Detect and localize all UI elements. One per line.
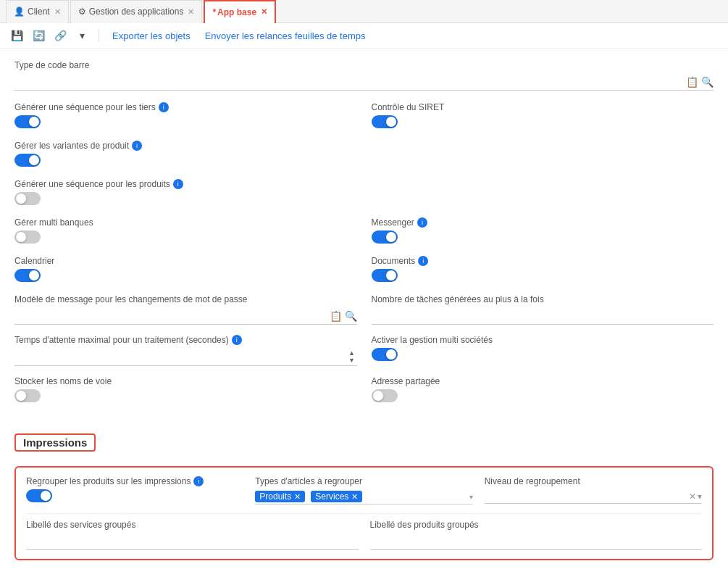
tab-gestion-apps-close[interactable]: ✕: [188, 7, 194, 17]
message-model-input[interactable]: Changed password: [14, 309, 327, 323]
app-base-asterisk: *: [212, 7, 216, 17]
tab-gestion-apps-label: Gestion des applications: [89, 7, 184, 17]
message-search-icon[interactable]: 🔍: [345, 310, 357, 322]
dropdown-arrow-icon[interactable]: ▾: [74, 28, 90, 43]
export-button[interactable]: Exporter les objets: [108, 29, 195, 43]
libelle-services-input[interactable]: [26, 534, 359, 548]
wait-time-info[interactable]: i: [232, 335, 242, 345]
seq-products-toggle[interactable]: [14, 192, 41, 205]
wait-time-input-wrapper: 10 ▲ ▼: [14, 348, 357, 366]
tasks-input[interactable]: [372, 309, 714, 323]
send-relances-button[interactable]: Envoyer les relances feuilles de temps: [201, 29, 370, 43]
tab-client-label: Client: [28, 7, 50, 17]
refresh-icon[interactable]: 🔄: [30, 28, 46, 43]
barcode-input-wrapper: QR_CODE 📋 🔍: [14, 73, 714, 91]
multi-societes-col: Activer la gestion multi sociétés: [372, 335, 714, 366]
calendar-toggle[interactable]: [14, 269, 41, 282]
niveau-actions: ✕ ▾: [689, 491, 702, 502]
multi-banks-toggle[interactable]: [14, 230, 41, 244]
seq-tiers-col: Générer une séquence pour les tiers i: [14, 102, 357, 130]
seq-products-info[interactable]: i: [173, 179, 183, 189]
tag-services-remove[interactable]: ✕: [351, 492, 358, 502]
regroup-col: Regrouper les produits sur les impressio…: [26, 476, 243, 504]
message-copy-icon[interactable]: 📋: [330, 310, 342, 322]
libelle-produits-col: Libellé des produits groupés: [370, 520, 703, 550]
seq-tiers-toggle[interactable]: [14, 115, 41, 128]
wait-time-spinners: ▲ ▼: [347, 349, 357, 364]
row-wait-societes: Temps d'attente maximal pour un traiteme…: [14, 335, 714, 366]
wait-time-down[interactable]: ▼: [347, 357, 357, 364]
voie-toggle[interactable]: [14, 389, 41, 402]
documents-info[interactable]: i: [418, 256, 428, 266]
tab-client-close[interactable]: ✕: [54, 7, 61, 17]
types-articles-col: Types d'articles à regrouper Produits ✕ …: [255, 476, 472, 504]
wait-time-label: Temps d'attente maximal pour un traiteme…: [14, 335, 357, 345]
seq-tiers-info[interactable]: i: [159, 102, 169, 112]
multi-societes-toggle[interactable]: [372, 348, 398, 361]
controle-siret-col: Contrôle du SIRET: [372, 102, 714, 130]
messenger-info[interactable]: i: [417, 217, 427, 228]
wait-time-up[interactable]: ▲: [347, 349, 357, 357]
regroup-toggle[interactable]: [26, 489, 52, 502]
tab-gestion-apps[interactable]: ⚙ Gestion des applications ✕: [70, 0, 203, 23]
row-seq-tiers-siret: Générer une séquence pour les tiers i Co…: [14, 102, 714, 130]
tasks-input-wrapper: [372, 307, 714, 325]
tag-produits-remove[interactable]: ✕: [294, 492, 301, 502]
row-variants: Gérer les variantes de produit i: [14, 141, 714, 169]
main-content: Type de code barre QR_CODE 📋 🔍 Générer u…: [0, 49, 728, 562]
message-model-col: Modèle de message pour les changements d…: [14, 294, 357, 325]
messenger-toggle[interactable]: [372, 230, 398, 244]
niveau-label: Niveau de regroupement: [485, 476, 702, 486]
libelle-produits-label: Libellé des produits groupés: [370, 520, 703, 530]
row-banks-messenger: Gérer multi banques Messenger i: [14, 217, 714, 246]
messenger-col: Messenger i: [372, 217, 714, 246]
multi-banks-col: Gérer multi banques: [14, 217, 357, 246]
save-icon[interactable]: 💾: [9, 28, 25, 43]
types-articles-select[interactable]: Produits ✕ Services ✕ ▾: [255, 489, 472, 504]
search-icon[interactable]: 🔍: [701, 76, 714, 88]
tab-app-base-close[interactable]: ✕: [261, 7, 267, 17]
regroup-info[interactable]: i: [193, 476, 204, 486]
copy-icon[interactable]: 📋: [686, 76, 698, 88]
impressions-heading: Impressions: [14, 433, 96, 452]
barcode-label: Type de code barre: [14, 60, 714, 70]
row-message-tasks: Modèle de message pour les changements d…: [14, 294, 714, 325]
controle-siret-label: Contrôle du SIRET: [372, 102, 714, 112]
toolbar: 💾 🔄 🔗 ▾ Exporter les objets Envoyer les …: [0, 23, 728, 49]
niveau-arrow[interactable]: ▾: [698, 491, 702, 502]
wait-time-input[interactable]: 10: [315, 352, 344, 362]
niveau-input[interactable]: Générale: [485, 491, 689, 502]
regroup-label: Regrouper les produits sur les impressio…: [26, 476, 243, 486]
multi-societes-label: Activer la gestion multi sociétés: [372, 335, 714, 345]
tab-client[interactable]: 👤 Client ✕: [6, 0, 69, 23]
variants-info[interactable]: i: [132, 141, 142, 151]
message-model-label: Modèle de message pour les changements d…: [14, 294, 357, 304]
tasks-label: Nombre de tâches générées au plus à la f…: [372, 294, 714, 304]
variants-label: Gérer les variantes de produit i: [14, 141, 714, 151]
adresse-label: Adresse partagée: [372, 376, 714, 386]
documents-col: Documents i: [372, 256, 714, 284]
link-icon[interactable]: 🔗: [52, 28, 68, 43]
voie-label: Stocker les noms de voie: [14, 376, 357, 386]
seq-products-label: Générer une séquence pour les produits i: [14, 179, 714, 189]
row-seq-products: Générer une séquence pour les produits i: [14, 179, 714, 207]
calendar-col: Calendrier: [14, 256, 357, 284]
controle-siret-toggle[interactable]: [372, 115, 398, 128]
message-model-input-wrapper: Changed password 📋 🔍: [14, 307, 357, 325]
voie-col: Stocker les noms de voie: [14, 376, 357, 404]
barcode-input[interactable]: QR_CODE: [14, 75, 683, 88]
libelle-produits-input[interactable]: [370, 534, 703, 548]
documents-label: Documents i: [372, 256, 714, 266]
calendar-label: Calendrier: [14, 256, 357, 266]
adresse-toggle[interactable]: [372, 389, 398, 402]
toolbar-separator: [99, 29, 99, 42]
niveau-clear[interactable]: ✕: [689, 491, 696, 502]
tab-app-base[interactable]: * App base ✕: [204, 0, 276, 23]
documents-toggle[interactable]: [372, 269, 398, 282]
impressions-top-row: Regrouper les produits sur les impressio…: [26, 476, 702, 504]
variants-toggle[interactable]: [14, 154, 41, 167]
tab-app-base-label: App base: [217, 7, 256, 17]
types-articles-label: Types d'articles à regrouper: [255, 476, 472, 486]
libelle-services-input-wrapper: [26, 533, 359, 550]
tag-produits: Produits ✕: [255, 491, 305, 502]
